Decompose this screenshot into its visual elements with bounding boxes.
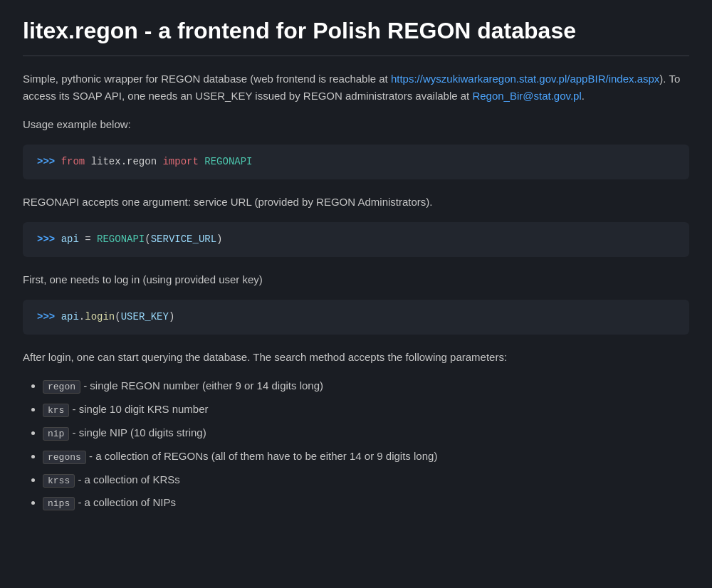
- list-item: krss - a collection of KRSs: [43, 471, 689, 489]
- code-var-api-2: api: [61, 311, 79, 322]
- description-paragraph: Simple, pythonic wrapper for REGON datab…: [23, 70, 689, 105]
- param-name-krss: krss: [43, 474, 75, 488]
- regon-link[interactable]: https://wyszukiwarkaregon.stat.gov.pl/ap…: [391, 73, 659, 85]
- email-link[interactable]: Regon_Bir@stat.gov.pl: [472, 90, 581, 102]
- regonapi-description: REGONAPI accepts one argument: service U…: [23, 194, 689, 211]
- code-var-api: api: [61, 233, 79, 245]
- code-import-keyword: import: [162, 156, 198, 167]
- list-item: nips - a collection of NIPs: [43, 494, 689, 512]
- list-item: regon - single REGON number (either 9 or…: [43, 377, 689, 395]
- param-desc-nips: - a collection of NIPs: [78, 496, 176, 508]
- list-item: regons - a collection of REGONs (all of …: [43, 448, 689, 466]
- code-module-name: litex.regon: [91, 156, 157, 167]
- description-text-1: Simple, pythonic wrapper for REGON datab…: [23, 73, 391, 85]
- description-text-3: .: [582, 90, 585, 102]
- param-desc-regons: - a collection of REGONs (all of them ha…: [89, 450, 437, 462]
- page-title: litex.regon - a frontend for Polish REGO…: [23, 17, 689, 56]
- list-item: nip - single NIP (10 digits string): [43, 424, 689, 442]
- param-desc-krss: - a collection of KRSs: [78, 473, 179, 485]
- query-description: After login, one can start querying the …: [23, 349, 689, 366]
- params-list: regon - single REGON number (either 9 or…: [43, 377, 689, 512]
- code-prompt-3: >>>: [37, 311, 55, 322]
- param-desc-nip: - single NIP (10 digits string): [73, 426, 206, 439]
- param-name-nip: nip: [43, 427, 69, 441]
- param-name-regon: regon: [43, 380, 80, 394]
- code-method-login: login: [85, 311, 115, 322]
- param-desc-krs: - single 10 digit KRS number: [73, 403, 209, 415]
- code-param-user-key: USER_KEY: [121, 311, 169, 322]
- code-func-regonapi: REGONAPI: [97, 233, 145, 245]
- param-name-nips: nips: [43, 497, 75, 510]
- list-item: krs - single 10 digit KRS number: [43, 401, 689, 419]
- usage-label: Usage example below:: [23, 116, 689, 133]
- code-block-1: >>> from litex.regon import REGONAPI: [23, 145, 689, 179]
- login-description: First, one needs to log in (using provid…: [23, 271, 689, 288]
- code-block-3: >>> api.login(USER_KEY): [23, 300, 689, 335]
- code-from-keyword: from: [61, 156, 85, 167]
- code-prompt-2: >>>: [37, 233, 55, 245]
- code-equals: =: [85, 233, 90, 245]
- code-param-service-url: SERVICE_URL: [151, 233, 216, 245]
- param-name-regons: regons: [43, 451, 86, 464]
- code-block-2: >>> api = REGONAPI(SERVICE_URL): [23, 222, 689, 257]
- code-class-name: REGONAPI: [204, 156, 252, 167]
- param-desc-regon: - single REGON number (either 9 or 14 di…: [83, 379, 323, 392]
- param-name-krs: krs: [43, 404, 69, 417]
- code-prompt-1: >>>: [37, 156, 55, 167]
